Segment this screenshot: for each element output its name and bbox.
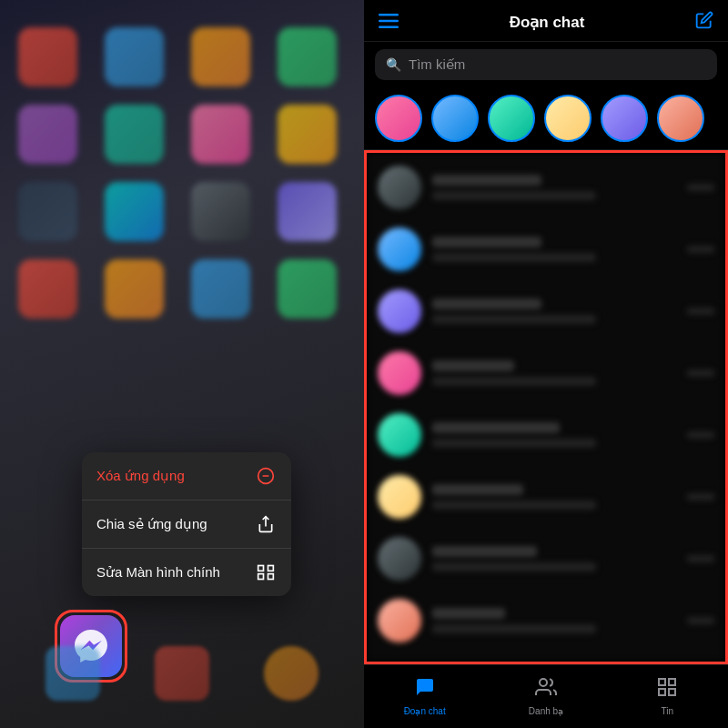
story-avatar-4[interactable] — [544, 95, 592, 142]
chat-avatar-1 — [378, 166, 421, 209]
left-panel: Xóa ứng dụng Chia sẻ ứng dụng Sửa Màn hì… — [0, 0, 364, 728]
chat-name-4 — [432, 360, 514, 371]
app-icon-1 — [18, 27, 77, 86]
app-icon-9 — [18, 182, 77, 241]
chat-time-4 — [687, 369, 714, 377]
app-icon-3 — [191, 27, 250, 86]
story-avatar-1[interactable] — [375, 95, 422, 142]
chat-name-5 — [432, 422, 560, 433]
chat-item-3[interactable] — [367, 280, 725, 342]
app-icon-7 — [191, 105, 250, 164]
hamburger-icon — [379, 14, 399, 28]
context-menu-delete-label: Xóa ứng dụng — [96, 468, 185, 484]
svg-rect-11 — [659, 679, 665, 685]
tab-chats-icon — [414, 676, 436, 703]
svg-rect-13 — [669, 689, 675, 695]
chat-info-7 — [432, 546, 676, 571]
context-menu-edit-home[interactable]: Sửa Màn hình chính — [82, 549, 291, 596]
chat-message-7 — [432, 562, 596, 571]
svg-rect-9 — [379, 26, 399, 29]
app-icon-10 — [105, 182, 164, 241]
chat-item-6[interactable] — [367, 466, 725, 528]
chat-info-3 — [432, 298, 676, 324]
chat-item-2[interactable] — [367, 218, 725, 280]
chat-item-4[interactable] — [367, 342, 725, 404]
context-menu-share[interactable]: Chia sẻ ứng dụng — [82, 500, 291, 549]
story-avatar-circle-4 — [544, 95, 592, 142]
app-grid — [18, 27, 346, 318]
chat-list-container — [364, 150, 728, 664]
search-placeholder-text: Tìm kiếm — [409, 56, 465, 73]
chat-time-3 — [687, 308, 714, 315]
app-icon-16 — [278, 259, 337, 318]
dock-bar — [0, 646, 364, 701]
header-menu-icon[interactable] — [379, 12, 399, 33]
chat-avatar-8 — [378, 599, 421, 642]
chat-item-1[interactable] — [367, 157, 725, 218]
chats-icon-svg — [414, 676, 436, 698]
share-icon — [255, 513, 277, 535]
header-compose-icon[interactable] — [695, 11, 713, 34]
tab-chats[interactable]: Đoạn chat — [364, 665, 485, 719]
dock-icon-1 — [46, 646, 100, 701]
svg-rect-14 — [659, 689, 665, 695]
chat-name-1 — [432, 175, 541, 186]
story-avatar-3[interactable] — [488, 95, 535, 142]
chat-message-6 — [432, 500, 596, 510]
chat-message-8 — [432, 624, 596, 633]
right-panel: Đoạn chat 🔍 Tìm kiếm — [364, 0, 728, 728]
search-bar[interactable]: 🔍 Tìm kiếm — [375, 49, 717, 80]
tab-news-label: Tin — [662, 706, 674, 716]
story-avatar-circle-2 — [431, 95, 479, 142]
header-title: Đoạn chat — [510, 13, 585, 32]
app-icon-12 — [278, 182, 337, 241]
tab-contacts[interactable]: Danh bạ — [485, 665, 606, 719]
app-icon-13 — [18, 259, 77, 318]
chat-info-8 — [432, 608, 676, 633]
story-avatar-circle-5 — [601, 95, 648, 142]
chat-item-8[interactable] — [367, 590, 725, 652]
chat-time-8 — [687, 617, 714, 624]
story-avatar-5[interactable] — [601, 95, 648, 142]
story-avatar-circle-3 — [488, 95, 535, 142]
svg-rect-7 — [379, 14, 399, 16]
chat-info-6 — [432, 484, 676, 510]
stories-row — [364, 87, 728, 150]
tab-news[interactable]: Tin — [607, 665, 728, 719]
svg-point-10 — [540, 679, 547, 686]
chat-message-2 — [432, 253, 596, 262]
app-icon-6 — [105, 105, 164, 164]
chat-name-8 — [432, 608, 505, 619]
chat-time-5 — [687, 431, 714, 439]
chat-avatar-6 — [378, 475, 421, 519]
chat-message-3 — [432, 315, 596, 324]
compose-icon-svg — [695, 11, 713, 29]
chat-item-5[interactable] — [367, 404, 725, 466]
tab-news-icon — [656, 676, 678, 703]
tab-chats-label: Đoạn chat — [404, 706, 446, 716]
chat-item-7[interactable] — [367, 528, 725, 590]
story-avatar-circle-1 — [375, 95, 422, 142]
chat-name-7 — [432, 546, 537, 557]
svg-rect-5 — [268, 574, 274, 580]
app-icon-15 — [191, 259, 250, 318]
app-icon-4 — [278, 27, 337, 86]
svg-rect-6 — [258, 574, 264, 580]
chat-message-4 — [432, 377, 596, 386]
grid-icon — [255, 561, 277, 583]
app-icon-2 — [105, 27, 164, 86]
chat-info-2 — [432, 237, 676, 262]
dock-icon-3 — [264, 646, 318, 701]
context-menu-edit-home-label: Sửa Màn hình chính — [96, 564, 220, 581]
svg-rect-3 — [258, 566, 264, 571]
chat-avatar-3 — [378, 289, 421, 333]
minus-circle-icon — [255, 465, 277, 487]
chat-avatar-7 — [378, 537, 421, 581]
chat-name-6 — [432, 484, 523, 495]
story-avatar-2[interactable] — [431, 95, 479, 142]
context-menu-delete[interactable]: Xóa ứng dụng — [82, 452, 291, 500]
story-avatar-6[interactable] — [657, 95, 704, 142]
svg-rect-8 — [379, 20, 399, 23]
chat-time-7 — [687, 555, 714, 562]
tab-contacts-icon — [535, 676, 557, 703]
